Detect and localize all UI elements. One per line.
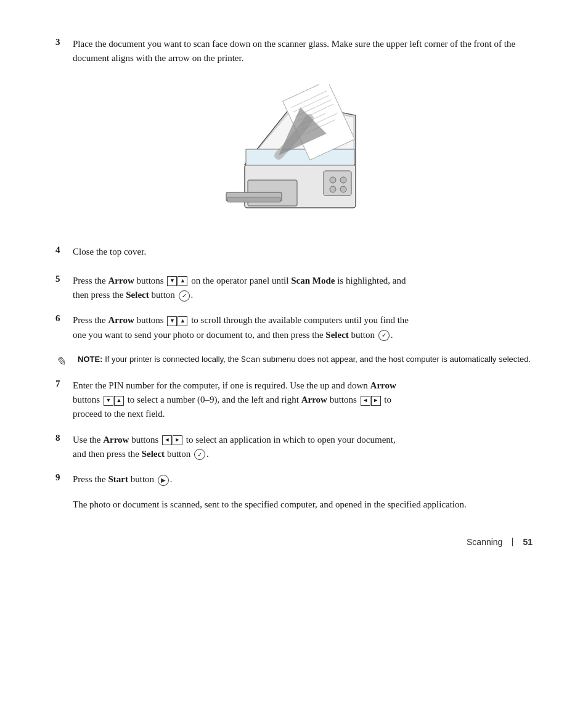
note-label: NOTE: [78, 355, 102, 364]
step-5-select-label: Select [126, 290, 149, 300]
step-8-arrow-left-right: ◄► [162, 435, 182, 445]
footer-divider [512, 538, 513, 546]
step-5-arrow-label: Arrow [108, 276, 134, 285]
svg-rect-11 [246, 149, 354, 165]
step-8: 8 Use the Arrow buttons ◄► to select an … [55, 433, 533, 462]
step-6-content: Press the Arrow buttons ▼▲ to scroll thr… [73, 313, 533, 342]
step-3-text: Place the document you want to scan face… [73, 37, 533, 66]
note-scan-word: Scan [241, 355, 260, 364]
step-7-number: 7 [55, 379, 73, 389]
step-9-number: 9 [55, 472, 73, 483]
step-7-arrow-down: ▼ [104, 396, 113, 406]
step-4-number: 4 [55, 245, 73, 255]
step-9: 9 Press the Start button ▶. [55, 472, 533, 486]
step-5: 5 Press the Arrow buttons ▼▲ on the oper… [55, 274, 533, 303]
step-8-content: Use the Arrow buttons ◄► to select an ap… [73, 433, 533, 462]
select-button-icon: ✓ [179, 290, 190, 302]
step-6: 6 Press the Arrow buttons ▼▲ to scroll t… [55, 313, 533, 342]
step-8-arrow-label: Arrow [103, 435, 129, 445]
step-6-number: 6 [55, 313, 73, 324]
step-7-arrow-up: ▲ [114, 396, 124, 406]
step-7-arrow-right: ► [371, 396, 381, 406]
step-7-content: Enter the PIN number for the computer, i… [73, 379, 533, 422]
step-4-text: Close the top cover. [73, 245, 533, 259]
step-6-line1: Press the Arrow buttons ▼▲ to scroll thr… [73, 315, 409, 325]
scanner-svg [214, 84, 374, 226]
step-3-number: 3 [55, 37, 73, 47]
step-7-arrow-label2: Arrow [301, 395, 327, 404]
svg-rect-3 [227, 197, 280, 202]
step-9-continuation: The photo or document is scanned, sent t… [73, 498, 533, 512]
arrow-down-up-buttons: ▼▲ [167, 276, 187, 286]
note-pencil-icon: ✎ [55, 353, 73, 369]
svg-point-8 [340, 186, 346, 192]
step-7: 7 Enter the PIN number for the computer,… [55, 379, 533, 422]
step-8-line2: and then press the Select button ✓. [73, 449, 209, 459]
step-9-content: Press the Start button ▶. [73, 472, 533, 486]
step-8-select-icon: ✓ [194, 449, 205, 460]
step-3: 3 Place the document you want to scan fa… [55, 37, 533, 70]
step-5-line2: then press the Select button ✓. [73, 290, 193, 300]
step-6-arrow-buttons: ▼▲ [167, 316, 187, 326]
step-6-arrow-up: ▲ [178, 316, 187, 326]
step-8-number: 8 [55, 433, 73, 443]
svg-point-6 [340, 177, 346, 183]
step-4: 4 Close the top cover. [55, 245, 533, 263]
step-4-content: Close the top cover. [73, 245, 533, 263]
page-content: 3 Place the document you want to scan fa… [0, 0, 588, 572]
step-7-arrow-label: Arrow [370, 380, 396, 390]
step-7-arrow-left: ◄ [361, 396, 370, 406]
step-7-line3: proceed to the next field. [73, 409, 165, 419]
step-6-select-icon: ✓ [378, 330, 390, 341]
step-8-select-label: Select [142, 449, 165, 459]
step-6-arrow-label: Arrow [108, 315, 134, 325]
svg-rect-4 [324, 171, 351, 195]
step-5-scanmode: Scan Mode [291, 276, 335, 285]
arrow-down-icon: ▼ [167, 276, 177, 286]
step-9-continuation-text: The photo or document is scanned, sent t… [73, 499, 467, 509]
step-8-arrow-right: ► [173, 435, 182, 445]
step-6-select-label: Select [325, 330, 348, 340]
step-7-arrow-left-right: ◄► [361, 396, 381, 406]
note-text-body: If your printer is connected locally, th… [105, 355, 531, 364]
footer-page-number: 51 [523, 537, 533, 547]
arrow-up-icon: ▲ [178, 276, 187, 286]
note-box: ✎ NOTE: If your printer is connected loc… [55, 353, 533, 369]
step-6-line2: one you want to send your photo or docum… [73, 330, 393, 340]
footer-section: Scanning [467, 537, 502, 547]
step-6-arrow-down: ▼ [167, 316, 177, 326]
svg-point-5 [330, 177, 336, 183]
step-7-text: Enter the PIN number for the computer, i… [73, 380, 396, 390]
step-7-arrow-down-up: ▼▲ [104, 396, 124, 406]
step-7-line2: buttons ▼▲ to select a number (0–9), and… [73, 395, 391, 404]
scanner-illustration [55, 84, 533, 226]
step-9-start-label: Start [108, 474, 129, 484]
note-content: NOTE: If your printer is connected local… [78, 353, 531, 366]
step-5-content: Press the Arrow buttons ▼▲ on the operat… [73, 274, 533, 303]
step-5-line1: Press the Arrow buttons ▼▲ on the operat… [73, 276, 406, 285]
step-8-line1: Use the Arrow buttons ◄► to select an ap… [73, 435, 396, 445]
step-9-start-icon: ▶ [158, 475, 169, 486]
step-9-line1: Press the Start button ▶. [73, 474, 173, 484]
step-8-arrow-left: ◄ [162, 435, 172, 445]
page-footer: Scanning 51 [467, 537, 533, 547]
svg-point-7 [330, 186, 336, 192]
step-5-number: 5 [55, 274, 73, 284]
step-3-content: Place the document you want to scan face… [73, 37, 533, 70]
